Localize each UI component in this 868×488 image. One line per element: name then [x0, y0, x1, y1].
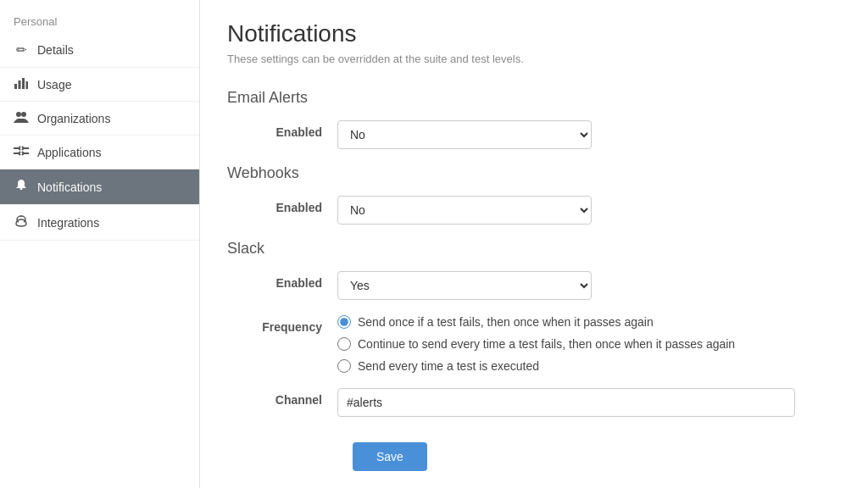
organizations-icon	[14, 111, 29, 125]
slack-channel-control	[337, 388, 795, 417]
frequency-label-once: Send once if a test fails, then once whe…	[358, 315, 654, 329]
frequency-option-every-fail[interactable]: Continue to send every time a test fails…	[337, 337, 841, 351]
sidebar-item-label: Organizations	[37, 112, 110, 125]
slack-enabled-control: No Yes	[337, 271, 592, 300]
frequency-option-every-exec[interactable]: Send every time a test is executed	[337, 359, 841, 373]
frequency-radio-every-exec[interactable]	[337, 359, 351, 373]
sidebar-item-label: Notifications	[37, 180, 102, 194]
bell-icon	[14, 179, 29, 195]
svg-point-5	[21, 112, 26, 117]
page-subtitle: These settings can be overridden at the …	[227, 53, 841, 65]
slack-channel-input[interactable]	[337, 388, 795, 417]
slack-section: Slack Enabled No Yes Frequency Send once…	[227, 240, 841, 417]
webhooks-enabled-label: Enabled	[227, 196, 337, 214]
frequency-label-every-exec: Send every time a test is executed	[358, 359, 539, 373]
frequency-radio-once[interactable]	[337, 315, 351, 329]
sidebar-item-details[interactable]: ✏ Details	[0, 33, 199, 68]
sidebar-section-title: Personal	[0, 7, 199, 33]
pencil-icon: ✏	[14, 42, 29, 58]
slack-enabled-select[interactable]: No Yes	[337, 271, 592, 300]
webhooks-enabled-control: No Yes	[337, 196, 592, 225]
sidebar-item-label: Applications	[37, 146, 102, 159]
slack-frequency-label: Frequency	[227, 315, 337, 334]
integrations-icon	[14, 214, 29, 230]
webhooks-enabled-select[interactable]: No Yes	[337, 196, 592, 225]
svg-line-11	[22, 148, 24, 150]
svg-line-17	[22, 153, 24, 155]
sidebar-item-label: Details	[37, 43, 74, 57]
svg-line-9	[19, 148, 20, 150]
slack-enabled-row: Enabled No Yes	[227, 271, 841, 300]
sidebar-item-label: Integrations	[37, 216, 99, 230]
frequency-radio-every-fail[interactable]	[337, 337, 351, 351]
webhooks-section: Webhooks Enabled No Yes	[227, 164, 841, 225]
email-alerts-header: Email Alerts	[227, 89, 841, 107]
frequency-option-once[interactable]: Send once if a test fails, then once whe…	[337, 315, 841, 329]
save-button[interactable]: Save	[353, 442, 427, 471]
chart-icon	[14, 77, 29, 92]
slack-frequency-row: Frequency Send once if a test fails, the…	[227, 315, 841, 373]
svg-rect-2	[22, 78, 25, 89]
svg-rect-1	[19, 80, 21, 89]
sidebar-item-applications[interactable]: Applications	[0, 136, 199, 169]
email-alerts-enabled-row: Enabled No Yes	[227, 120, 841, 149]
sidebar-item-label: Usage	[37, 78, 71, 92]
frequency-label-every-fail: Continue to send every time a test fails…	[358, 337, 735, 351]
main-content: Notifications These settings can be over…	[200, 0, 868, 488]
applications-icon	[14, 145, 29, 159]
slack-frequency-control: Send once if a test fails, then once whe…	[337, 315, 841, 373]
sidebar: Personal ✏ Details Usage Organizations	[0, 0, 200, 488]
svg-point-4	[16, 112, 21, 117]
page-title: Notifications	[227, 20, 841, 47]
email-alerts-section: Email Alerts Enabled No Yes	[227, 89, 841, 149]
email-alerts-enabled-label: Enabled	[227, 120, 337, 139]
slack-enabled-label: Enabled	[227, 271, 337, 290]
webhooks-header: Webhooks	[227, 164, 841, 182]
sidebar-item-integrations[interactable]: Integrations	[0, 205, 199, 241]
sidebar-item-usage[interactable]: Usage	[0, 68, 199, 102]
slack-header: Slack	[227, 240, 841, 258]
sidebar-item-notifications[interactable]: Notifications	[0, 169, 199, 205]
svg-rect-0	[14, 84, 17, 89]
slack-channel-label: Channel	[227, 388, 337, 407]
email-alerts-enabled-select[interactable]: No Yes	[337, 120, 592, 149]
webhooks-enabled-row: Enabled No Yes	[227, 196, 841, 225]
svg-rect-3	[26, 81, 29, 89]
sidebar-item-organizations[interactable]: Organizations	[0, 102, 199, 136]
svg-rect-18	[20, 188, 23, 190]
slack-channel-row: Channel	[227, 388, 841, 417]
email-alerts-enabled-control: No Yes	[337, 120, 592, 149]
svg-line-15	[19, 153, 20, 155]
